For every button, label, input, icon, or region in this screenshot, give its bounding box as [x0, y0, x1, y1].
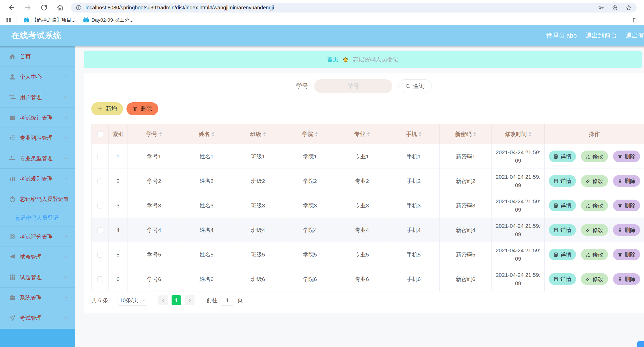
sort-carets-icon[interactable]: [473, 132, 476, 136]
sort-carets-icon[interactable]: [263, 132, 266, 136]
trash-icon: [617, 154, 623, 159]
row-delete-button[interactable]: 删除: [613, 175, 640, 187]
sidebar-item[interactable]: 首页: [0, 46, 75, 67]
home-icon: [9, 53, 16, 60]
breadcrumb-home-link[interactable]: 首页: [327, 56, 338, 63]
key-icon[interactable]: [598, 4, 604, 11]
row-detail-button[interactable]: 详情: [549, 200, 576, 211]
row-edit-button[interactable]: 修改: [581, 200, 608, 211]
folder-icon[interactable]: [633, 17, 640, 23]
column-header[interactable]: 专业: [336, 124, 388, 144]
sidebar-subitem-label: 忘记密码人员登记: [15, 214, 58, 222]
prev-page-button[interactable]: [158, 295, 168, 305]
page-size-select[interactable]: 10条/页: [118, 295, 147, 306]
sidebar-item[interactable]: 考试统计管理: [0, 107, 75, 128]
sidebar-item-label: 个人中心: [20, 73, 63, 81]
sidebar-item[interactable]: 个人中心: [0, 67, 75, 87]
sidebar-item[interactable]: 专业类型管理: [0, 148, 75, 169]
row-checkbox[interactable]: [97, 227, 103, 233]
table-cell: 班级3: [232, 193, 284, 218]
sidebar-item[interactable]: 专业列表管理: [0, 128, 75, 148]
table-cell: 手机5: [388, 242, 440, 267]
sidebar-item[interactable]: 系统管理: [0, 288, 75, 308]
table-row: 1学号1姓名1班级1学院1专业1手机1新密码12021-04-24 21:59:…: [91, 144, 644, 169]
apps-grid-icon[interactable]: [6, 17, 11, 23]
sidebar-subitem-active[interactable]: 忘记密码人员登记: [0, 209, 75, 226]
row-delete-button[interactable]: 删除: [613, 249, 640, 260]
table-cell: 手机2: [388, 169, 440, 193]
column-header: 操作: [545, 124, 644, 144]
delete-button[interactable]: 删除: [126, 102, 158, 115]
back-to-top-button[interactable]: [637, 341, 644, 347]
bookmark-item[interactable]: 【码神之路】项目...: [23, 17, 76, 23]
row-checkbox[interactable]: [97, 252, 103, 258]
admin-user-label[interactable]: 管理员 abo: [546, 31, 577, 40]
sort-carets-icon[interactable]: [159, 132, 162, 136]
row-detail-button[interactable]: 详情: [549, 151, 576, 162]
doc-icon: [553, 228, 558, 233]
page-number-button[interactable]: 1: [172, 295, 181, 305]
back-icon[interactable]: [6, 2, 17, 13]
zoom-in-icon[interactable]: [612, 4, 618, 11]
sidebar-item[interactable]: 考试规则管理: [0, 169, 75, 189]
row-detail-button[interactable]: 详情: [549, 273, 576, 285]
query-button[interactable]: 查询: [398, 79, 432, 93]
column-header[interactable]: 姓名: [181, 124, 232, 144]
sidebar-item[interactable]: 考试评分管理: [0, 226, 75, 247]
row-delete-button[interactable]: 删除: [613, 273, 640, 285]
column-header[interactable]: 手机: [388, 124, 440, 144]
row-detail-button[interactable]: 详情: [549, 175, 576, 187]
bookmark-star-icon[interactable]: [625, 4, 632, 11]
info-icon[interactable]: [76, 4, 82, 11]
forward-icon[interactable]: [22, 2, 33, 13]
table-body: 1学号1姓名1班级1学院1专业1手机1新密码12021-04-24 21:59:…: [91, 144, 644, 291]
column-header: 索引: [109, 124, 127, 144]
row-checkbox[interactable]: [97, 154, 103, 159]
sort-carets-icon[interactable]: [315, 132, 318, 136]
sort-carets-icon[interactable]: [419, 132, 421, 136]
column-header[interactable]: 学院: [284, 124, 336, 144]
row-delete-button[interactable]: 删除: [613, 151, 640, 162]
sort-carets-icon[interactable]: [529, 132, 531, 136]
sidebar-item[interactable]: 用户管理: [0, 87, 75, 107]
row-edit-button[interactable]: 修改: [581, 273, 608, 285]
sidebar-item[interactable]: 试卷管理: [0, 247, 75, 267]
row-edit-button[interactable]: 修改: [581, 249, 608, 260]
pen-icon: [585, 277, 591, 282]
address-bar[interactable]: localhost:8080/springbootsu39z/admin/dis…: [71, 3, 637, 13]
logout-link[interactable]: 退出登录: [626, 31, 644, 40]
column-header[interactable]: 修改时间: [492, 124, 545, 144]
sort-carets-icon[interactable]: [367, 132, 370, 136]
row-delete-button[interactable]: 删除: [613, 224, 640, 236]
sidebar-item[interactable]: 忘记密码人员登记管理: [0, 189, 75, 209]
select-all-checkbox[interactable]: [97, 131, 103, 137]
row-checkbox[interactable]: [97, 276, 103, 282]
reload-icon[interactable]: [39, 2, 50, 13]
row-detail-button[interactable]: 详情: [549, 249, 576, 260]
bookmark-item[interactable]: Day02-09-员工分...: [83, 17, 134, 23]
sidebar-item[interactable]: 考试管理: [0, 308, 75, 328]
table-cell: 专业1: [336, 144, 388, 169]
search-input[interactable]: [314, 79, 392, 93]
column-header[interactable]: 学号: [127, 124, 181, 144]
next-page-button[interactable]: [185, 295, 195, 305]
row-edit-button[interactable]: 修改: [581, 175, 608, 187]
row-checkbox[interactable]: [97, 178, 103, 184]
goto-page-input[interactable]: [221, 295, 234, 306]
chevron-down-icon: [63, 295, 68, 300]
home-browser-icon[interactable]: [55, 2, 66, 13]
add-button[interactable]: 新增: [91, 102, 123, 115]
sidebar-item[interactable]: 试题管理: [0, 267, 75, 288]
url-text[interactable]: localhost:8080/springbootsu39z/admin/dis…: [86, 5, 593, 11]
row-delete-button[interactable]: 删除: [613, 200, 640, 211]
column-header[interactable]: 班级: [232, 124, 284, 144]
column-header[interactable]: 新密码: [440, 124, 492, 144]
row-checkbox[interactable]: [97, 203, 103, 208]
exit-to-front-link[interactable]: 退出到前台: [586, 31, 617, 40]
bilibili-icon: [23, 17, 29, 23]
row-edit-button[interactable]: 修改: [581, 151, 608, 162]
sort-carets-icon[interactable]: [212, 132, 214, 136]
row-detail-button[interactable]: 详情: [549, 224, 576, 236]
row-edit-button[interactable]: 修改: [581, 224, 608, 236]
chevron-down-icon: [63, 74, 68, 79]
